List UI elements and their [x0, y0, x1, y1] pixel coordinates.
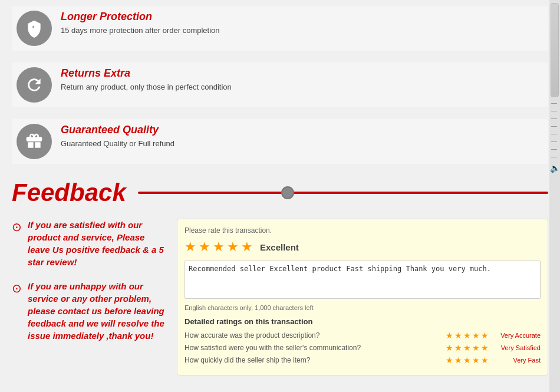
star-2[interactable]: ★ [199, 239, 210, 255]
features-container: Longer Protection 15 days more protectio… [12, 6, 548, 164]
mini-star-2-0[interactable]: ★ [446, 355, 453, 365]
scrollbar-thumb[interactable] [551, 3, 559, 97]
star-5[interactable]: ★ [241, 239, 253, 255]
bullet-text-2: If you are unhappy with our service or a… [28, 280, 165, 342]
mini-star-0-4[interactable]: ★ [481, 331, 489, 340]
mini-star-2-1[interactable]: ★ [454, 355, 462, 365]
feedback-bullet-2: ⊙ If you are unhappy with our service or… [12, 280, 165, 342]
stars-row: ★ ★ ★ ★ ★ Excellent [185, 239, 541, 255]
star-4[interactable]: ★ [227, 239, 239, 255]
mini-star-1-3[interactable]: ★ [472, 343, 480, 353]
rating-question-0: How accurate was the product description… [185, 331, 441, 340]
rating-row-2: How quickly did the seller ship the item… [185, 355, 541, 365]
rating-question-1: How satisfied were you with the seller's… [185, 344, 441, 352]
speaker-icon: 🔈 [550, 163, 560, 173]
scrollbar-line-4 [551, 134, 557, 134]
mini-star-0-0[interactable]: ★ [446, 331, 453, 340]
mini-stars-1: ★★★★★ [446, 343, 489, 353]
scrollbar-line-7 [551, 157, 557, 157]
mini-star-2-4[interactable]: ★ [481, 355, 489, 365]
scrollbar-line-5 [551, 141, 557, 142]
feature-text-guaranteed-quality: Guaranteed Quality Guaranteed Quality or… [61, 124, 174, 148]
scrollbar-track[interactable]: 🔈 [549, 0, 560, 392]
ratings-container: How accurate was the product description… [185, 331, 541, 365]
scrollbar-line-3 [551, 126, 557, 127]
feature-title-returns-extra: Returns Extra [61, 67, 232, 80]
mini-star-2-3[interactable]: ★ [472, 355, 480, 365]
feedback-form-box: Please rate this transaction. ★ ★ ★ ★ ★ … [177, 219, 548, 375]
mini-star-1-1[interactable]: ★ [454, 343, 462, 353]
mini-star-0-2[interactable]: ★ [463, 331, 471, 340]
mini-stars-2: ★★★★★ [446, 355, 489, 365]
feature-desc-guaranteed-quality: Guaranteed Quality or Full refund [61, 139, 174, 148]
star-3[interactable]: ★ [213, 239, 225, 255]
detailed-ratings-title: Detailed ratings on this transaction [185, 317, 541, 326]
feature-item-returns-extra: Returns Extra Return any product, only t… [12, 62, 548, 107]
feature-item-guaranteed-quality: Guaranteed Quality Guaranteed Quality or… [12, 119, 548, 164]
mini-star-0-3[interactable]: ★ [472, 331, 480, 340]
feedback-section: Feedback ⊙ If you are satisfied with our… [12, 179, 548, 375]
feature-text-longer-protection: Longer Protection 15 days more protectio… [61, 11, 220, 35]
feedback-content: ⊙ If you are satisfied with our product … [12, 219, 548, 375]
rate-label: Please rate this transaction. [185, 226, 541, 235]
scrollbar-line-1 [551, 111, 557, 111]
feature-title-guaranteed-quality: Guaranteed Quality [61, 124, 174, 136]
main-container: Longer Protection 15 days more protectio… [0, 0, 560, 392]
shield-clock-icon [17, 11, 52, 46]
feedback-slider-track[interactable] [138, 192, 548, 194]
feedback-slider-thumb[interactable] [281, 186, 294, 199]
scrollbar-line-6 [551, 149, 557, 150]
mini-star-1-2[interactable]: ★ [463, 343, 471, 353]
mini-star-0-1[interactable]: ★ [454, 331, 462, 340]
mini-star-1-0[interactable]: ★ [446, 343, 453, 353]
feedback-left: ⊙ If you are satisfied with our product … [12, 219, 165, 375]
rating-verdict-1: Very Satisfied [493, 344, 541, 351]
rating-label: Excellent [260, 242, 299, 252]
char-count: English characters only, 1,000 character… [185, 304, 541, 311]
feature-text-returns-extra: Returns Extra Return any product, only t… [61, 67, 232, 91]
feature-desc-returns-extra: Return any product, only those in perfec… [61, 83, 232, 91]
feedback-title: Feedback [12, 179, 126, 207]
refresh-icon [17, 67, 52, 103]
bullet-icon-1: ⊙ [12, 220, 22, 234]
mini-stars-0: ★★★★★ [446, 331, 489, 340]
bullet-text-1: If you are satisfied with our product an… [28, 219, 165, 268]
scrollbar-lines [551, 103, 558, 157]
bullet-icon-2: ⊙ [12, 281, 22, 295]
rating-question-2: How quickly did the seller ship the item… [185, 356, 441, 364]
feature-item-longer-protection: Longer Protection 15 days more protectio… [12, 6, 548, 51]
scrollbar-line-0 [551, 103, 557, 104]
rating-row-0: How accurate was the product description… [185, 331, 541, 340]
gift-icon [17, 124, 52, 159]
rating-verdict-2: Very Fast [493, 357, 541, 364]
feedback-textarea[interactable] [185, 261, 541, 299]
mini-star-2-2[interactable]: ★ [463, 355, 471, 365]
scrollbar-line-2 [551, 118, 557, 119]
mini-star-1-4[interactable]: ★ [481, 343, 489, 353]
feature-desc-longer-protection: 15 days more protection after order comp… [61, 26, 220, 35]
rating-row-1: How satisfied were you with the seller's… [185, 343, 541, 353]
left-panel: Longer Protection 15 days more protectio… [0, 0, 560, 392]
star-1[interactable]: ★ [185, 239, 196, 255]
feedback-bullet-1: ⊙ If you are satisfied with our product … [12, 219, 165, 268]
feature-title-longer-protection: Longer Protection [61, 11, 220, 23]
feedback-header: Feedback [12, 179, 548, 207]
rating-verdict-0: Very Accurate [493, 332, 541, 339]
